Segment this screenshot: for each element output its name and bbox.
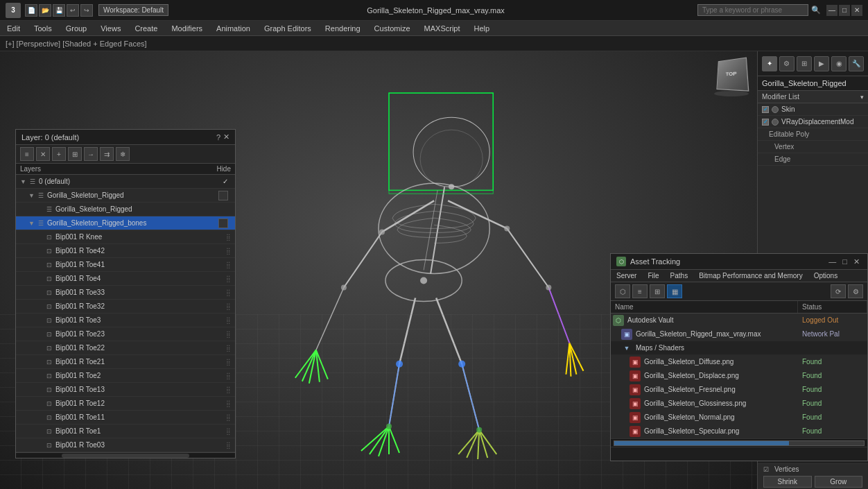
grow-button[interactable]: Grow [815,476,863,488]
layer-toggle-btn[interactable]: ≡ [20,147,34,161]
asset-btn-settings[interactable]: ⚙ [848,284,863,298]
save-icon[interactable]: 💾 [53,4,65,17]
layer-delete-btn[interactable]: ✕ [36,147,50,161]
layer-hide-checkbox[interactable] [218,218,228,228]
tab-display[interactable]: ◉ [831,56,847,71]
list-item[interactable]: ⊡Bip001 R Toe33⣿ [16,286,235,300]
list-item[interactable]: ⊡Bip001 R Toe2⣿ [16,369,235,383]
modifier-item-editable-poly[interactable]: Editable Poly [758,128,868,141]
list-item[interactable]: ⊡Bip001 R Knee⣿ [16,230,235,244]
table-row[interactable]: ▣ Gorilla_Skeleton_Diffuse.png Found [611,355,867,369]
menu-graph-editors[interactable]: Graph Editors [257,21,318,36]
list-item[interactable]: ▼ ☰ 0 (default) ✓ [16,175,235,189]
table-row[interactable]: ▣ Gorilla_Skeleton_Rigged_max_vray.max N… [611,327,867,341]
asset-btn-1[interactable]: ⬡ [615,284,630,298]
table-row[interactable]: ▣ Gorilla_Skeleton_Glossiness.png Found [611,397,867,411]
menu-create[interactable]: Create [128,21,164,36]
modifier-item-skin[interactable]: ✓ Skin [758,103,868,116]
layer-select-btn[interactable]: ⊞ [68,147,82,161]
tab-motion[interactable]: ▶ [814,56,829,71]
asset-menu-server[interactable]: Server [611,270,642,282]
layer-expand[interactable]: ▼ [28,220,37,227]
close-button[interactable]: ✕ [851,5,862,16]
menu-modifiers[interactable]: Modifiers [164,21,209,36]
maximize-button[interactable]: □ [839,5,850,16]
asset-btn-refresh[interactable]: ⟳ [831,284,846,298]
table-row[interactable]: ▼ Maps / Shaders [611,341,867,355]
asset-menu-options[interactable]: Options [808,270,843,282]
layer-expand[interactable]: ▼ [20,178,28,185]
list-item[interactable]: ▼ ☰ Gorilla_Skeleton_Rigged [16,189,235,203]
modifier-item-vertex[interactable]: Vertex [758,141,868,153]
menu-animation[interactable]: Animation [209,21,257,36]
redo-icon[interactable]: ↪ [80,4,93,17]
orientation-cube[interactable]: TOP [712,58,750,96]
asset-btn-2[interactable]: ≡ [632,284,648,298]
asset-btn-4[interactable]: ▦ [667,284,682,298]
asset-menu-file[interactable]: File [642,270,664,282]
table-row[interactable]: ▣ Gorilla_Skeleton_Fresnel.png Found [611,383,867,397]
tab-create[interactable]: ✦ [762,56,777,71]
list-item[interactable]: ⊡Bip001 R Toe41⣿ [16,258,235,272]
asset-minimize-button[interactable]: — [826,257,838,266]
menu-tools[interactable]: Tools [27,21,59,36]
new-icon[interactable]: 📄 [25,4,37,17]
tab-utilities[interactable]: 🔧 [849,56,864,71]
layer-add-btn[interactable]: + [52,147,66,161]
modifier-bulb[interactable] [772,106,779,113]
modifier-bulb[interactable] [772,119,779,126]
list-item[interactable]: ⊡Bip001 R Toe12⣿ [16,397,235,411]
search-icon[interactable]: 🔍 [811,6,821,15]
list-item[interactable]: ⊡Bip001 R Toe13⣿ [16,383,235,397]
menu-customize[interactable]: Customize [367,21,417,36]
asset-menu-paths[interactable]: Paths [665,270,694,282]
workspace-selector[interactable]: Workspace: Default [98,4,168,16]
layer-close-button[interactable]: ✕ [223,132,229,141]
minimize-button[interactable]: — [826,5,837,16]
tab-hierarchy[interactable]: ⊞ [797,56,812,71]
list-item[interactable]: ⊡Bip001 R Toe3⣿ [16,314,235,327]
list-item[interactable]: ⊡Bip001 R Toe42⣿ [16,244,235,258]
list-item[interactable]: ⊡Bip001 R Toe11⣿ [16,411,235,424]
list-item[interactable]: ⊡Bip001 R Toe4⣿ [16,272,235,286]
layer-scrollbar[interactable] [16,452,235,458]
shrink-button[interactable]: Shrink [763,476,812,488]
asset-btn-3[interactable]: ⊞ [650,284,665,298]
list-item[interactable]: ⊡Bip001 R Toe1⣿ [16,424,235,438]
asset-close-button[interactable]: ✕ [851,257,862,266]
layer-freeze-btn[interactable]: ❄ [116,147,130,161]
layer-hide-checkbox[interactable] [218,191,228,200]
list-item[interactable]: ▼ ☰ Gorilla_Skeleton_Rigged_bones [16,216,235,230]
asset-menu-bitmap[interactable]: Bitmap Performance and Memory [693,270,808,282]
menu-help[interactable]: Help [467,21,497,36]
list-item[interactable]: ⊡Bip001 R Toe03⣿ [16,438,235,452]
modifier-item-edge[interactable]: Edge [758,153,868,166]
open-icon[interactable]: 📂 [39,4,51,17]
menu-rendering[interactable]: Rendering [318,21,367,36]
menu-maxscript[interactable]: MAXScript [417,21,467,36]
group-expand-icon[interactable]: ▼ [621,343,632,354]
list-item[interactable]: ⊡Bip001 R Toe21⣿ [16,355,235,369]
table-row[interactable]: ⬡ Autodesk Vault Logged Out [611,314,867,327]
layer-help-button[interactable]: ? [216,133,220,141]
undo-icon[interactable]: ↩ [67,4,79,17]
list-item[interactable]: ⊡Bip001 R Toe32⣿ [16,300,235,314]
menu-edit[interactable]: Edit [0,21,27,36]
table-row[interactable]: ▣ Gorilla_Skeleton_Specular.png Found [611,424,867,438]
table-row[interactable]: ▣ Gorilla_Skeleton_Normal.png Found [611,411,867,424]
menu-group[interactable]: Group [59,21,94,36]
tab-modify[interactable]: ⚙ [779,56,795,71]
table-row[interactable]: ▣ Gorilla_Skeleton_Displace.png Found [611,369,867,383]
list-item[interactable]: ☰ Gorilla_Skeleton_Rigged [16,203,235,216]
modifier-item-vray[interactable]: ✓ VRayDisplacementMod [758,116,868,128]
search-input[interactable] [697,4,808,16]
list-item[interactable]: ⊡Bip001 R Toe22⣿ [16,341,235,355]
list-item[interactable]: ⊡Bip001 R Toe23⣿ [16,327,235,341]
layer-move-btn[interactable]: → [84,147,98,161]
modifier-check[interactable]: ✓ [762,119,769,126]
modifier-check[interactable]: ✓ [762,106,769,113]
layer-expand[interactable]: ▼ [28,192,37,199]
layer-merge-btn[interactable]: ⇉ [100,147,114,161]
asset-maximize-button[interactable]: □ [840,257,849,266]
modifier-list-header[interactable]: Modifier List ▾ [758,91,868,103]
